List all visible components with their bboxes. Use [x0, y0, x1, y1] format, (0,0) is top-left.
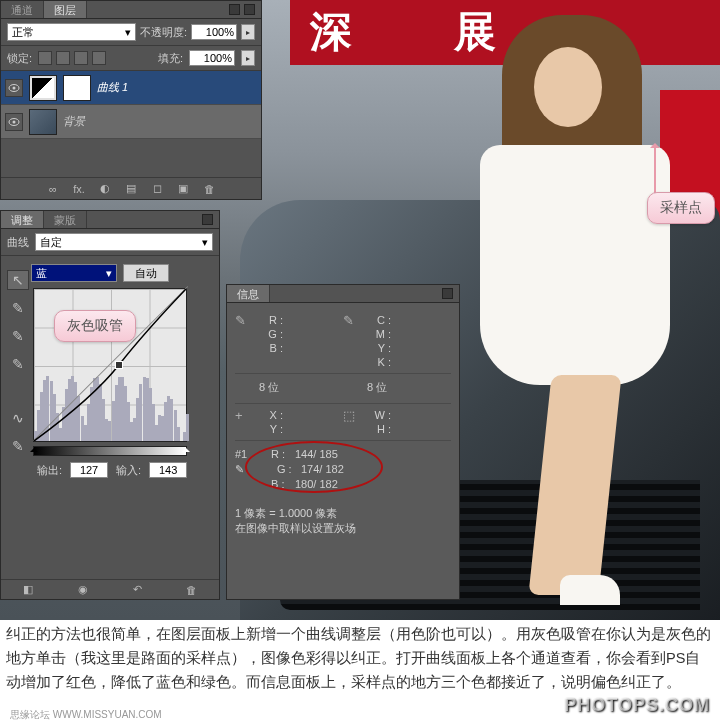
cmyk-labels: C :M :Y :K : [365, 313, 391, 369]
opacity-arrow-icon[interactable]: ▸ [241, 24, 255, 40]
panel-menu-icon[interactable] [244, 4, 255, 15]
sampler-id: #1 [235, 447, 265, 462]
layer-list: 曲线 1 背景 [1, 71, 261, 139]
gradient-bar[interactable] [33, 446, 187, 456]
layer-thumbnail-icon [29, 109, 57, 135]
tab-channels[interactable]: 通道 [1, 1, 44, 18]
lock-transparency-icon[interactable] [38, 51, 52, 65]
input-label: 输入: [116, 463, 141, 478]
panel-minimize-icon[interactable] [229, 4, 240, 15]
white-eyedropper-icon[interactable]: ✎ [7, 354, 29, 374]
xy-labels: X :Y : [257, 408, 283, 436]
mask-icon[interactable]: ◐ [97, 182, 113, 196]
layer-name: 背景 [63, 114, 85, 129]
fill-input[interactable]: 100% [189, 50, 235, 66]
svg-point-1 [13, 86, 16, 89]
sample-r: 144/ 185 [295, 447, 338, 462]
color-sampler-section: #1 R : 144/ 185 ✎ G : 174/ 182 B : 180/ … [235, 445, 451, 494]
trash-icon[interactable]: 🗑 [184, 583, 200, 597]
preset-value: 自定 [40, 235, 62, 250]
info-panel: 信息 ✎ R :G :B : ✎ C :M :Y :K : 8 位 8 位 + … [226, 284, 460, 600]
adjustment-icon[interactable]: ▤ [123, 182, 139, 196]
fx-icon[interactable]: fx. [71, 182, 87, 196]
info-note-1: 1 像素 = 1.0000 像素 [235, 506, 451, 521]
watermark-small: 思缘论坛 WWW.MISSYUAN.COM [10, 708, 162, 722]
panel-menu-icon[interactable] [442, 288, 453, 299]
rgb-values [287, 313, 343, 369]
reset-icon[interactable]: ↶ [129, 583, 145, 597]
mask-thumbnail-icon [63, 75, 91, 101]
visibility-toggle-icon[interactable] [5, 79, 23, 97]
lock-pixels-icon[interactable] [56, 51, 70, 65]
link-icon[interactable]: ∞ [45, 182, 61, 196]
bits-label-left: 8 位 [235, 378, 279, 399]
cmyk-values [395, 313, 451, 369]
gray-eyedropper-icon[interactable]: ✎ [7, 326, 29, 346]
layer-row-curves[interactable]: 曲线 1 [1, 71, 261, 105]
output-input[interactable]: 127 [70, 462, 108, 478]
preset-select[interactable]: 自定▾ [35, 233, 213, 251]
output-label: 输出: [37, 463, 62, 478]
group-icon[interactable]: ◻ [149, 182, 165, 196]
blend-mode-select[interactable]: 正常 ▾ [7, 23, 136, 41]
layers-panel: 通道 图层 正常 ▾ 不透明度: 100% ▸ 锁定: 填充: 100% ▸ [0, 0, 262, 200]
layers-panel-header: 通道 图层 [1, 1, 261, 19]
opacity-label: 不透明度: [140, 25, 187, 40]
article-text: 纠正的方法也很简单，在图层面板上新增一个曲线调整层（用色阶也可以）。用灰色吸管在… [6, 622, 714, 694]
curves-editor: 蓝▾ 自动 ↖ ✎ ✎ ✎ ∿ ✎ [1, 262, 219, 482]
new-layer-icon[interactable]: ▣ [175, 182, 191, 196]
tab-info[interactable]: 信息 [227, 285, 270, 302]
sample-b: 180/ 182 [295, 477, 338, 492]
callout-sample-point: 采样点 [647, 192, 715, 224]
point-curve-icon[interactable]: ∿ [7, 408, 29, 428]
layers-footer: ∞ fx. ◐ ▤ ◻ ▣ 🗑 [1, 177, 261, 199]
wh-labels: W :H : [365, 408, 391, 436]
eyedropper-icon: ✎ [235, 313, 253, 369]
dimensions-icon: ⬚ [343, 408, 361, 436]
on-image-tool-icon[interactable]: ↖ [7, 270, 29, 290]
layer-name: 曲线 1 [97, 80, 128, 95]
sample-g: 174/ 182 [301, 462, 344, 477]
rgb-labels: R :G :B : [257, 313, 283, 369]
pencil-curve-icon[interactable]: ✎ [7, 436, 29, 456]
callout-gray-eyedropper: 灰色吸管 [54, 310, 136, 342]
curves-thumbnail-icon [29, 75, 57, 101]
adjustments-panel: 调整 蒙版 曲线 自定▾ 蓝▾ 自动 ↖ ✎ ✎ ✎ ∿ ✎ [0, 210, 220, 600]
eyedropper-icon: ✎ [235, 462, 253, 477]
svg-point-3 [13, 120, 16, 123]
tab-masks[interactable]: 蒙版 [44, 211, 87, 228]
clip-icon[interactable]: ◧ [20, 583, 36, 597]
blend-mode-value: 正常 [12, 25, 34, 40]
eyedropper-icon: ✎ [343, 313, 361, 369]
tab-adjustments[interactable]: 调整 [1, 211, 44, 228]
bits-label-right: 8 位 [343, 378, 387, 399]
curve-point[interactable] [115, 361, 123, 369]
opacity-input[interactable]: 100% [191, 24, 237, 40]
input-input[interactable]: 143 [149, 462, 187, 478]
adj-type-label: 曲线 [7, 235, 29, 250]
layer-row-background[interactable]: 背景 [1, 105, 261, 139]
lock-all-icon[interactable] [92, 51, 106, 65]
panel-menu-icon[interactable] [202, 214, 213, 225]
visibility-toggle-icon[interactable] [5, 113, 23, 131]
fill-label: 填充: [158, 51, 183, 66]
black-eyedropper-icon[interactable]: ✎ [7, 298, 29, 318]
watermark: PHOTOPS.COM [564, 695, 710, 716]
chevron-down-icon: ▾ [125, 26, 131, 39]
adj-footer: ◧ ◉ ↶ 🗑 [1, 579, 219, 599]
fill-arrow-icon[interactable]: ▸ [241, 50, 255, 66]
tab-layers[interactable]: 图层 [44, 1, 87, 18]
trash-icon[interactable]: 🗑 [201, 182, 217, 196]
lock-label: 锁定: [7, 51, 32, 66]
info-note-2: 在图像中取样以设置灰场 [235, 521, 451, 536]
chevron-down-icon: ▾ [202, 236, 208, 249]
crosshair-icon: + [235, 408, 253, 436]
model-figure [450, 15, 710, 605]
view-previous-icon[interactable]: ◉ [75, 583, 91, 597]
adj-panel-header: 调整 蒙版 [1, 211, 219, 229]
lock-position-icon[interactable] [74, 51, 88, 65]
